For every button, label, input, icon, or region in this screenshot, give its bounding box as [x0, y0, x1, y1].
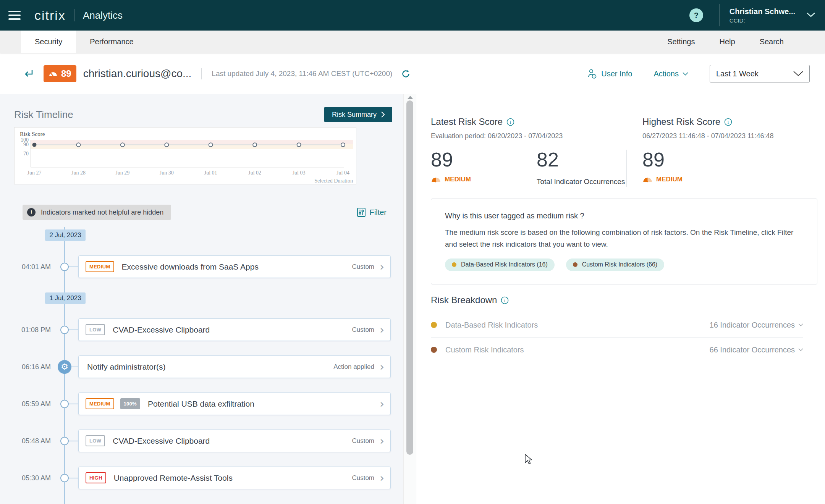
risk-score-panel: Latest Risk Score i Evaluation period: 0… — [416, 94, 825, 504]
indicator-title: Excessive downloads from SaaS Apps — [122, 262, 259, 271]
yellow-dot-icon — [431, 322, 437, 328]
custom-indicators-tag[interactable]: Custom Risk Indicators (66) — [566, 258, 664, 271]
timeline-node-icon[interactable] — [60, 474, 69, 482]
chevron-right-icon: › — [380, 363, 384, 371]
occurrence-count[interactable]: 16 Indicator Occurrences — [710, 321, 803, 330]
risk-breakdown-title: Risk Breakdown i — [431, 295, 509, 305]
svg-text:i: i — [728, 120, 729, 125]
duration-value: Last 1 Week — [716, 69, 759, 78]
action-gear-icon[interactable]: ⚙ — [58, 360, 71, 374]
nav-search[interactable]: Search — [747, 37, 796, 46]
brown-dot-icon — [431, 347, 437, 353]
indicator-card[interactable]: MEDIUM 100% Potential USB data exfiltrat… — [78, 393, 391, 415]
divider — [201, 68, 202, 79]
latest-risk-score-title: Latest Risk Score i — [431, 116, 514, 127]
scrollbar — [403, 94, 416, 504]
svg-text:Jun 28: Jun 28 — [71, 170, 86, 176]
timeline-entry: 05:30 AM HIGH Unapproved Remote-Assist T… — [14, 467, 392, 489]
chevron-right-icon: › — [380, 437, 384, 445]
latest-risk-score-value: 89 — [431, 150, 453, 170]
info-icon[interactable]: i — [506, 118, 514, 126]
svg-text:90: 90 — [23, 142, 29, 147]
risk-score-value: 89 — [61, 68, 71, 79]
timeline-entry: 05:59 AM MEDIUM 100% Potential USB data … — [14, 393, 392, 415]
chevron-right-icon: › — [380, 263, 384, 271]
severity-badge: MEDIUM — [86, 398, 114, 409]
timeline-entry: 01:08 PM LOW CVAD-Excessive Clipboard Cu… — [14, 318, 392, 341]
info-icon[interactable]: i — [724, 118, 732, 126]
timeline-node-icon[interactable] — [60, 263, 69, 271]
chevron-right-icon: › — [380, 474, 384, 482]
breakdown-row-data-based[interactable]: Data-Based Risk Indicators 16 Indicator … — [431, 313, 803, 337]
timeline-entry: 05:48 AM LOW CVAD-Excessive Clipboard Cu… — [14, 430, 392, 452]
svg-text:Jul 03: Jul 03 — [293, 170, 306, 176]
svg-text:Jun 29: Jun 29 — [115, 170, 129, 176]
timeline-list: 2 Jul, 2023 04:01 AM MEDIUM Excessive do… — [14, 229, 392, 489]
risk-explanation-box: Why is this user tagged as medium risk ?… — [431, 199, 817, 284]
indicator-title: Unapproved Remote-Assist Tools — [114, 473, 233, 483]
severity-badge: HIGH — [86, 472, 106, 483]
entry-time: 05:48 AM — [14, 437, 51, 445]
severity-badge: LOW — [86, 435, 105, 446]
tab-security[interactable]: Security — [21, 31, 76, 53]
hidden-indicators-note: ! Indicators marked not helpful are hidd… — [23, 205, 171, 220]
divider — [626, 150, 627, 187]
actions-label: Actions — [654, 69, 679, 78]
total-occurrences-value: 82 — [537, 150, 559, 170]
timeline-node-icon[interactable] — [60, 400, 69, 408]
timeline-node-icon[interactable] — [60, 437, 69, 445]
timeline-node-icon[interactable] — [60, 326, 69, 334]
risk-score-badge: 89 — [44, 65, 76, 82]
entry-time: 04:01 AM — [14, 263, 51, 271]
tab-performance[interactable]: Performance — [76, 31, 147, 53]
confidence-badge: 100% — [120, 398, 140, 409]
action-tag: Action applied — [333, 363, 374, 371]
nav-settings[interactable]: Settings — [655, 37, 707, 46]
svg-text:70: 70 — [23, 151, 29, 157]
data-based-indicators-tag[interactable]: Data-Based Risk Indicators (16) — [445, 258, 555, 271]
scrollbar-thumb[interactable] — [406, 100, 413, 455]
info-icon[interactable]: i — [501, 296, 509, 304]
user-info-label: User Info — [601, 69, 632, 78]
svg-text:Jul 01: Jul 01 — [204, 170, 217, 176]
indicator-tag: Custom — [352, 263, 374, 271]
user-ccid: CCID: — [730, 17, 795, 24]
action-card[interactable]: Notify administrator(s) Action applied › — [78, 355, 391, 378]
user-info-button[interactable]: i User Info — [588, 69, 632, 79]
refresh-icon[interactable] — [401, 69, 411, 79]
timeline-date-chip: 1 Jul, 2023 — [45, 292, 86, 304]
hamburger-menu-icon[interactable] — [4, 4, 25, 27]
chevron-down-icon[interactable] — [807, 12, 815, 19]
gauge-icon — [431, 176, 441, 183]
risk-summary-button[interactable]: Risk Summary — [324, 107, 392, 122]
help-icon[interactable]: ? — [689, 8, 703, 22]
user-menu[interactable]: Christian Schwe... CCID: — [730, 7, 795, 24]
svg-text:Jul 04: Jul 04 — [336, 170, 349, 176]
duration-select[interactable]: Last 1 Week — [710, 65, 810, 82]
svg-text:i: i — [510, 120, 511, 125]
severity-badge: LOW — [86, 324, 105, 335]
indicator-card[interactable]: LOW CVAD-Excessive Clipboard Custom › — [78, 318, 391, 341]
indicator-card[interactable]: MEDIUM Excessive downloads from SaaS App… — [78, 255, 391, 278]
latest-risk-level: MEDIUM — [431, 176, 471, 183]
entry-time: 06:16 AM — [14, 363, 51, 371]
indicator-card[interactable]: LOW CVAD-Excessive Clipboard Custom › — [78, 430, 391, 452]
brown-dot-icon — [573, 262, 578, 267]
breakdown-row-custom[interactable]: Custom Risk Indicators 66 Indicator Occu… — [431, 338, 803, 362]
svg-text:Jul 02: Jul 02 — [248, 170, 261, 176]
gauge-icon — [49, 71, 58, 76]
nav-help[interactable]: Help — [707, 37, 747, 46]
svg-text:Jun 30: Jun 30 — [160, 170, 174, 176]
total-occurrences-label: Total Indicator Occurrences — [537, 178, 625, 186]
back-arrow-icon[interactable] — [21, 68, 34, 79]
user-summary-bar: 89 christian.curious@co... Last updated … — [0, 53, 825, 94]
scrollbar-up-arrow[interactable] — [408, 96, 413, 99]
indicator-card[interactable]: HIGH Unapproved Remote-Assist Tools Cust… — [78, 467, 391, 489]
last-updated-text: Last updated July 4, 2023, 11:46 AM CEST… — [212, 69, 392, 78]
chevron-down-icon — [793, 71, 803, 76]
occurrence-count[interactable]: 66 Indicator Occurrences — [710, 346, 803, 354]
product-title: Analytics — [83, 10, 123, 21]
filter-button[interactable]: Filter — [357, 207, 387, 217]
actions-dropdown[interactable]: Actions — [654, 69, 688, 78]
user-email: christian.curious@co... — [83, 68, 192, 80]
